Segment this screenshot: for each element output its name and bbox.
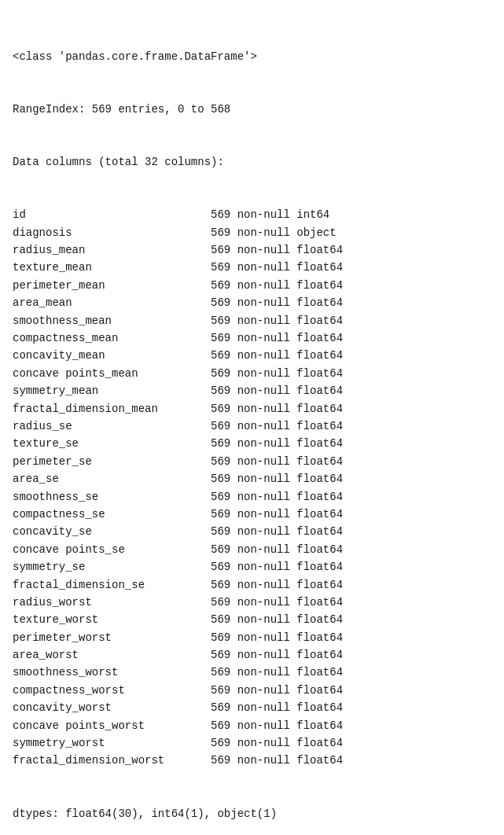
column-row: smoothness_mean 569 non-null float64: [13, 312, 491, 329]
column-row: symmetry_mean 569 non-null float64: [13, 382, 491, 399]
column-row: smoothness_se 569 non-null float64: [13, 488, 491, 506]
data-columns-line: Data columns (total 32 columns):: [13, 153, 491, 171]
column-row: concave points_se 569 non-null float64: [13, 541, 491, 558]
dtypes-line: dtypes: float64(30), int64(1), object(1): [13, 805, 491, 822]
class-line: <class 'pandas.core.frame.DataFrame'>: [13, 48, 491, 65]
range-index-line: RangeIndex: 569 entries, 0 to 568: [13, 101, 491, 118]
column-row: perimeter_se 569 non-null float64: [13, 453, 491, 470]
column-row: concavity_se 569 non-null float64: [13, 523, 491, 540]
column-row: radius_mean 569 non-null float64: [13, 241, 491, 259]
column-row: compactness_worst 569 non-null float64: [13, 682, 491, 699]
column-row: perimeter_worst 569 non-null float64: [13, 629, 491, 646]
column-row: compactness_mean 569 non-null float64: [13, 329, 491, 347]
column-row: fractal_dimension_worst 569 non-null flo…: [13, 752, 491, 769]
column-row: concave points_worst 569 non-null float6…: [13, 717, 491, 734]
column-row: texture_worst 569 non-null float64: [13, 611, 491, 628]
column-row: id 569 non-null int64: [13, 206, 491, 223]
column-row: perimeter_mean 569 non-null float64: [13, 277, 491, 294]
column-row: texture_se 569 non-null float64: [13, 435, 491, 452]
column-row: area_se 569 non-null float64: [13, 470, 491, 487]
column-row: concave points_mean 569 non-null float64: [13, 365, 491, 382]
column-row: radius_worst 569 non-null float64: [13, 594, 491, 611]
column-row: radius_se 569 non-null float64: [13, 418, 491, 435]
column-row: texture_mean 569 non-null float64: [13, 259, 491, 276]
column-row: fractal_dimension_se 569 non-null float6…: [13, 576, 491, 594]
column-row: smoothness_worst 569 non-null float64: [13, 664, 491, 681]
column-row: concavity_worst 569 non-null float64: [13, 699, 491, 716]
columns-list: id 569 non-null int64diagnosis 569 non-n…: [13, 206, 491, 770]
column-row: symmetry_worst 569 non-null float64: [13, 734, 491, 752]
column-row: compactness_se 569 non-null float64: [13, 506, 491, 523]
column-row: symmetry_se 569 non-null float64: [13, 558, 491, 576]
column-row: area_worst 569 non-null float64: [13, 646, 491, 664]
column-row: area_mean 569 non-null float64: [13, 294, 491, 311]
column-row: diagnosis 569 non-null object: [13, 224, 491, 241]
column-row: fractal_dimension_mean 569 non-null floa…: [13, 400, 491, 418]
dataframe-info: <class 'pandas.core.frame.DataFrame'> Ra…: [13, 13, 491, 835]
column-row: concavity_mean 569 non-null float64: [13, 347, 491, 364]
